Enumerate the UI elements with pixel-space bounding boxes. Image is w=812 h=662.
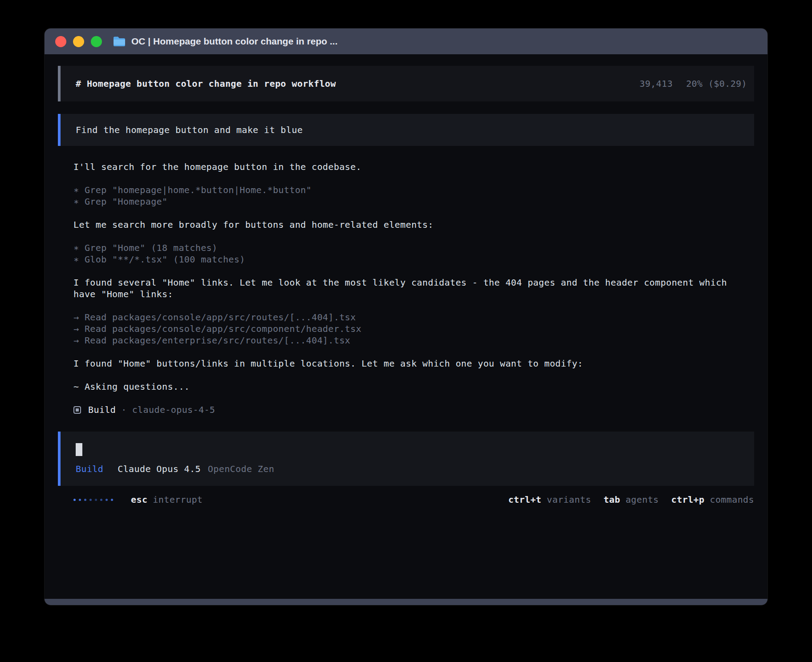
spinner-dot [89, 499, 92, 501]
tool-call-read: → Read packages/enterprise/src/routes/[.… [73, 335, 754, 346]
titlebar-group: OC | Homepage button color change in rep… [113, 36, 337, 47]
agent-icon [73, 406, 81, 414]
titlebar: OC | Homepage button color change in rep… [45, 28, 767, 54]
shortcut-agents: tab agents [604, 494, 659, 505]
key-esc: esc [131, 494, 147, 505]
model-label: Claude Opus 4.5 [118, 463, 201, 475]
spinner-dot [100, 499, 102, 501]
label-commands: commands [710, 494, 754, 505]
assistant-message: Let me search more broadly for buttons a… [73, 219, 754, 230]
terminal-content: # Homepage button color change in repo w… [45, 54, 767, 599]
tool-call-grep: ∗ Grep "homepage|home.*button|Home.*butt… [73, 184, 754, 196]
window-title: OC | Homepage button color change in rep… [131, 36, 337, 47]
tool-call-group: ∗ Grep "homepage|home.*button|Home.*butt… [73, 184, 754, 207]
tool-call-grep: ∗ Grep "Homepage" [73, 196, 754, 207]
minimize-button[interactable] [73, 36, 84, 47]
tool-call-read: → Read packages/console/app/src/componen… [73, 323, 754, 335]
spinner-dot [73, 499, 76, 501]
session-header: # Homepage button color change in repo w… [58, 66, 754, 101]
session-title: # Homepage button color change in repo w… [76, 78, 336, 89]
key-tab: tab [604, 494, 620, 505]
context-usage: 20% ($0.29) [686, 78, 747, 89]
close-button[interactable] [55, 36, 66, 47]
folder-icon [113, 36, 126, 47]
spinner-dot [111, 499, 113, 501]
tool-call-group: ∗ Grep "Home" (18 matches) ∗ Glob "**/*.… [73, 242, 754, 265]
key-ctrl-p: ctrl+p [671, 494, 705, 505]
terminal-window: OC | Homepage button color change in rep… [45, 28, 767, 605]
assistant-message: I found several "Home" links. Let me loo… [73, 277, 754, 300]
zoom-button[interactable] [91, 36, 102, 47]
session-stats: 39,413 20% ($0.29) [639, 78, 747, 89]
tool-call-group: → Read packages/console/app/src/routes/[… [73, 311, 754, 346]
user-message: Find the homepage button and make it blu… [58, 114, 754, 146]
spinner-dot [79, 499, 81, 501]
key-ctrl-t: ctrl+t [508, 494, 542, 505]
status-right: ctrl+t variants tab agents ctrl+p comman… [508, 494, 754, 505]
tool-call-glob: ∗ Glob "**/*.tsx" (100 matches) [73, 254, 754, 265]
label-agents: agents [625, 494, 659, 505]
spinner-dot [106, 499, 108, 501]
mode-label: Build [76, 463, 103, 475]
agent-model: claude-opus-4-5 [132, 404, 215, 416]
traffic-lights [55, 36, 102, 47]
agent-name: Build [88, 404, 116, 416]
spinner-dot [84, 499, 86, 501]
spinner [73, 499, 113, 501]
text-cursor [76, 443, 82, 456]
working-status: ~ Asking questions... [73, 381, 754, 392]
label-interrupt: interrupt [153, 494, 203, 505]
tool-call-read: → Read packages/console/app/src/routes/[… [73, 311, 754, 323]
shortcut-interrupt: esc interrupt [131, 494, 203, 505]
separator-dot: · [121, 404, 126, 416]
shortcut-variants: ctrl+t variants [508, 494, 591, 505]
input-meta: Build Claude Opus 4.5 OpenCode Zen [76, 463, 754, 475]
agent-status-row: Build · claude-opus-4-5 [73, 404, 754, 416]
tool-call-grep: ∗ Grep "Home" (18 matches) [73, 242, 754, 254]
prompt-input[interactable]: Build Claude Opus 4.5 OpenCode Zen [58, 432, 754, 486]
status-bar: esc interrupt ctrl+t variants tab agents… [58, 494, 754, 505]
spinner-dot [95, 499, 97, 501]
assistant-message: I found "Home" buttons/links in multiple… [73, 358, 754, 369]
status-left: esc interrupt [73, 494, 203, 505]
token-count: 39,413 [639, 78, 673, 89]
provider-label: OpenCode Zen [208, 463, 274, 475]
user-message-text: Find the homepage button and make it blu… [76, 124, 303, 136]
shortcut-commands: ctrl+p commands [671, 494, 754, 505]
assistant-message: I'll search for the homepage button in t… [73, 161, 754, 173]
chat-log: I'll search for the homepage button in t… [58, 161, 754, 416]
label-variants: variants [547, 494, 591, 505]
